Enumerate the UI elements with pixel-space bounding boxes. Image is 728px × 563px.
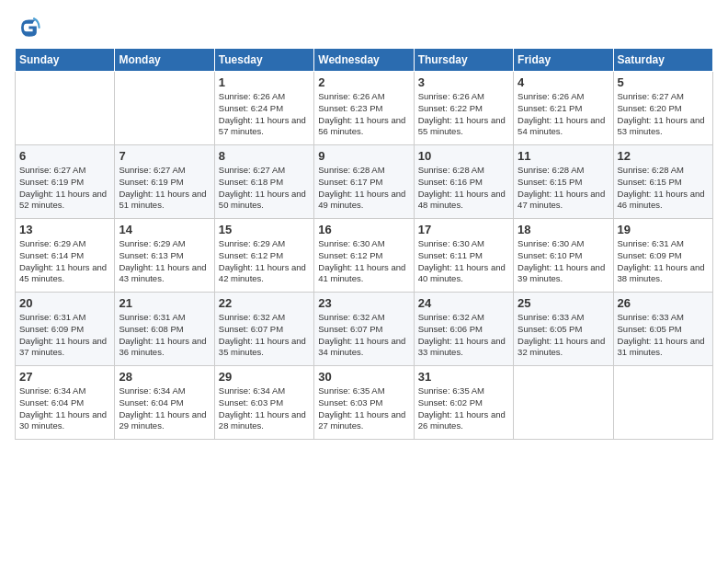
day-info: Sunrise: 6:26 AM Sunset: 6:22 PM Dayligh…	[418, 91, 509, 138]
day-number: 2	[318, 75, 409, 89]
day-number: 16	[318, 223, 409, 236]
day-number: 17	[418, 223, 509, 236]
calendar-cell: 2Sunrise: 6:26 AM Sunset: 6:23 PM Daylig…	[314, 72, 414, 145]
calendar-cell: 17Sunrise: 6:30 AM Sunset: 6:11 PM Dayli…	[414, 219, 513, 293]
calendar-cell: 21Sunrise: 6:31 AM Sunset: 6:08 PM Dayli…	[115, 293, 214, 366]
calendar-cell	[115, 72, 214, 145]
calendar-cell: 29Sunrise: 6:34 AM Sunset: 6:03 PM Dayli…	[214, 366, 313, 440]
page-header	[15, 15, 713, 40]
day-number: 9	[318, 149, 409, 163]
calendar-cell: 9Sunrise: 6:28 AM Sunset: 6:17 PM Daylig…	[314, 145, 414, 219]
calendar-cell	[16, 72, 115, 145]
day-number: 5	[618, 75, 709, 89]
day-info: Sunrise: 6:34 AM Sunset: 6:03 PM Dayligh…	[219, 385, 310, 432]
day-number: 30	[318, 370, 409, 384]
calendar-body: 1Sunrise: 6:26 AM Sunset: 6:24 PM Daylig…	[16, 72, 713, 440]
calendar-cell: 30Sunrise: 6:35 AM Sunset: 6:03 PM Dayli…	[314, 366, 414, 440]
calendar-week-4: 20Sunrise: 6:31 AM Sunset: 6:09 PM Dayli…	[16, 293, 713, 366]
calendar-table: SundayMondayTuesdayWednesdayThursdayFrid…	[15, 48, 713, 440]
calendar-cell: 6Sunrise: 6:27 AM Sunset: 6:19 PM Daylig…	[16, 145, 115, 219]
calendar-cell: 12Sunrise: 6:28 AM Sunset: 6:15 PM Dayli…	[613, 145, 712, 219]
day-number: 10	[418, 149, 509, 163]
day-info: Sunrise: 6:26 AM Sunset: 6:21 PM Dayligh…	[518, 91, 609, 138]
day-number: 8	[219, 149, 310, 163]
calendar-cell: 15Sunrise: 6:29 AM Sunset: 6:12 PM Dayli…	[214, 219, 313, 293]
calendar-cell	[613, 366, 712, 440]
day-info: Sunrise: 6:28 AM Sunset: 6:16 PM Dayligh…	[418, 165, 509, 212]
day-number: 21	[119, 296, 210, 310]
day-number: 24	[418, 296, 509, 310]
day-number: 12	[618, 149, 709, 163]
calendar-cell: 31Sunrise: 6:35 AM Sunset: 6:02 PM Dayli…	[414, 366, 513, 440]
calendar-cell: 4Sunrise: 6:26 AM Sunset: 6:21 PM Daylig…	[514, 72, 613, 145]
calendar-cell: 18Sunrise: 6:30 AM Sunset: 6:10 PM Dayli…	[514, 219, 613, 293]
weekday-header-sunday: Sunday	[16, 49, 115, 72]
day-number: 28	[119, 370, 210, 384]
day-number: 23	[318, 296, 409, 310]
calendar-cell: 22Sunrise: 6:32 AM Sunset: 6:07 PM Dayli…	[214, 293, 313, 366]
calendar-week-5: 27Sunrise: 6:34 AM Sunset: 6:04 PM Dayli…	[16, 366, 713, 440]
weekday-header-friday: Friday	[514, 49, 613, 72]
weekday-header-row: SundayMondayTuesdayWednesdayThursdayFrid…	[16, 49, 713, 72]
day-number: 19	[618, 223, 709, 236]
calendar-cell: 8Sunrise: 6:27 AM Sunset: 6:18 PM Daylig…	[214, 145, 313, 219]
day-info: Sunrise: 6:27 AM Sunset: 6:20 PM Dayligh…	[618, 91, 709, 138]
logo-icon	[15, 15, 40, 40]
day-info: Sunrise: 6:30 AM Sunset: 6:10 PM Dayligh…	[518, 238, 609, 285]
calendar-cell: 23Sunrise: 6:32 AM Sunset: 6:07 PM Dayli…	[314, 293, 414, 366]
day-info: Sunrise: 6:27 AM Sunset: 6:19 PM Dayligh…	[119, 165, 210, 212]
calendar-cell: 14Sunrise: 6:29 AM Sunset: 6:13 PM Dayli…	[115, 219, 214, 293]
day-info: Sunrise: 6:28 AM Sunset: 6:17 PM Dayligh…	[318, 165, 409, 212]
day-info: Sunrise: 6:33 AM Sunset: 6:05 PM Dayligh…	[518, 312, 609, 359]
calendar-cell: 16Sunrise: 6:30 AM Sunset: 6:12 PM Dayli…	[314, 219, 414, 293]
weekday-header-tuesday: Tuesday	[214, 49, 313, 72]
day-number: 15	[219, 223, 310, 236]
day-info: Sunrise: 6:34 AM Sunset: 6:04 PM Dayligh…	[119, 385, 210, 432]
day-info: Sunrise: 6:32 AM Sunset: 6:06 PM Dayligh…	[418, 312, 509, 359]
calendar-cell: 10Sunrise: 6:28 AM Sunset: 6:16 PM Dayli…	[414, 145, 513, 219]
day-info: Sunrise: 6:34 AM Sunset: 6:04 PM Dayligh…	[19, 385, 110, 432]
calendar-week-2: 6Sunrise: 6:27 AM Sunset: 6:19 PM Daylig…	[16, 145, 713, 219]
weekday-header-saturday: Saturday	[613, 49, 712, 72]
day-number: 14	[119, 223, 210, 236]
weekday-header-thursday: Thursday	[414, 49, 513, 72]
day-number: 11	[518, 149, 609, 163]
day-info: Sunrise: 6:31 AM Sunset: 6:09 PM Dayligh…	[19, 312, 110, 359]
day-number: 6	[19, 149, 110, 163]
day-info: Sunrise: 6:31 AM Sunset: 6:09 PM Dayligh…	[618, 238, 709, 285]
calendar-cell: 11Sunrise: 6:28 AM Sunset: 6:15 PM Dayli…	[514, 145, 613, 219]
calendar-cell: 28Sunrise: 6:34 AM Sunset: 6:04 PM Dayli…	[115, 366, 214, 440]
day-info: Sunrise: 6:28 AM Sunset: 6:15 PM Dayligh…	[618, 165, 709, 212]
day-number: 4	[518, 75, 609, 89]
day-number: 26	[618, 296, 709, 310]
day-number: 27	[19, 370, 110, 384]
calendar-cell	[514, 366, 613, 440]
day-info: Sunrise: 6:32 AM Sunset: 6:07 PM Dayligh…	[219, 312, 310, 359]
calendar-week-1: 1Sunrise: 6:26 AM Sunset: 6:24 PM Daylig…	[16, 72, 713, 145]
weekday-header-wednesday: Wednesday	[314, 49, 414, 72]
calendar-cell: 25Sunrise: 6:33 AM Sunset: 6:05 PM Dayli…	[514, 293, 613, 366]
day-number: 7	[119, 149, 210, 163]
day-number: 1	[219, 75, 310, 89]
calendar-cell: 27Sunrise: 6:34 AM Sunset: 6:04 PM Dayli…	[16, 366, 115, 440]
calendar-cell: 5Sunrise: 6:27 AM Sunset: 6:20 PM Daylig…	[613, 72, 712, 145]
day-info: Sunrise: 6:28 AM Sunset: 6:15 PM Dayligh…	[518, 165, 609, 212]
calendar-cell: 13Sunrise: 6:29 AM Sunset: 6:14 PM Dayli…	[16, 219, 115, 293]
day-number: 20	[19, 296, 110, 310]
calendar-cell: 3Sunrise: 6:26 AM Sunset: 6:22 PM Daylig…	[414, 72, 513, 145]
day-info: Sunrise: 6:29 AM Sunset: 6:12 PM Dayligh…	[219, 238, 310, 285]
day-number: 3	[418, 75, 509, 89]
calendar-week-3: 13Sunrise: 6:29 AM Sunset: 6:14 PM Dayli…	[16, 219, 713, 293]
day-number: 22	[219, 296, 310, 310]
calendar-cell: 20Sunrise: 6:31 AM Sunset: 6:09 PM Dayli…	[16, 293, 115, 366]
day-number: 18	[518, 223, 609, 236]
day-info: Sunrise: 6:27 AM Sunset: 6:18 PM Dayligh…	[219, 165, 310, 212]
weekday-header-monday: Monday	[115, 49, 214, 72]
day-info: Sunrise: 6:35 AM Sunset: 6:03 PM Dayligh…	[318, 385, 409, 432]
day-info: Sunrise: 6:32 AM Sunset: 6:07 PM Dayligh…	[318, 312, 409, 359]
day-number: 29	[219, 370, 310, 384]
day-number: 31	[418, 370, 509, 384]
day-info: Sunrise: 6:33 AM Sunset: 6:05 PM Dayligh…	[618, 312, 709, 359]
day-info: Sunrise: 6:29 AM Sunset: 6:13 PM Dayligh…	[119, 238, 210, 285]
calendar-cell: 26Sunrise: 6:33 AM Sunset: 6:05 PM Dayli…	[613, 293, 712, 366]
